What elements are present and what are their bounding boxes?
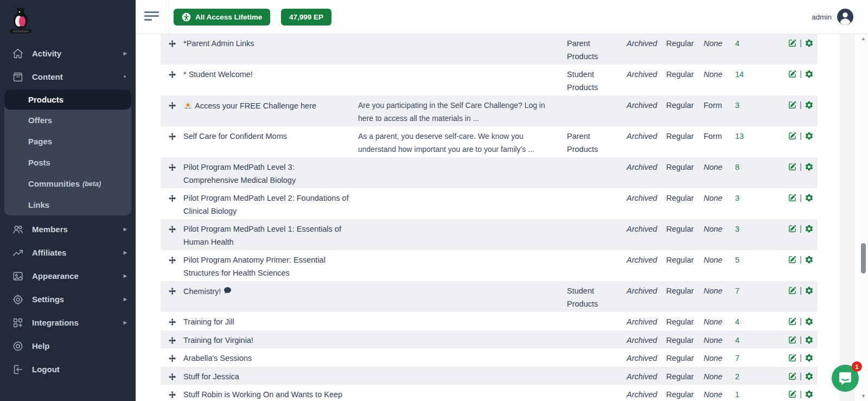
edit-icon[interactable] — [788, 255, 797, 264]
product-count[interactable]: 2 — [735, 368, 779, 384]
drag-handle[interactable] — [161, 66, 183, 79]
content-scroll-gutter[interactable] — [840, 34, 855, 401]
edit-icon[interactable] — [788, 224, 797, 233]
product-count[interactable]: 14 — [735, 66, 779, 81]
product-count[interactable]: 4 — [735, 314, 779, 329]
brand-logo[interactable] — [8, 5, 34, 36]
product-name-link[interactable]: Chemistry! — [183, 283, 358, 298]
gear-icon[interactable] — [805, 317, 814, 326]
plan-button[interactable]: All Access Lifetime — [174, 9, 270, 26]
product-count[interactable]: 8 — [735, 159, 779, 174]
drag-handle[interactable] — [161, 97, 183, 110]
sidebar-item-products[interactable]: Products — [4, 90, 131, 110]
drag-handle[interactable] — [161, 368, 183, 381]
product-count[interactable]: 1 — [735, 386, 779, 401]
edit-icon[interactable] — [788, 39, 797, 48]
edit-icon[interactable] — [788, 317, 797, 326]
sidebar-item-posts[interactable]: Posts — [4, 152, 131, 173]
edit-icon[interactable] — [788, 162, 797, 171]
avatar-icon[interactable] — [837, 9, 853, 25]
window-scrollbar[interactable]: ▲ ▼ — [859, 34, 868, 401]
gear-icon[interactable] — [805, 69, 814, 79]
drag-handle[interactable] — [161, 35, 183, 48]
edit-icon[interactable] — [788, 193, 797, 202]
drag-handle[interactable] — [161, 190, 183, 202]
drag-handle[interactable] — [161, 252, 183, 264]
product-name-link[interactable]: Pilot Program MedPath Level 1: Essential… — [183, 221, 358, 249]
edit-icon[interactable] — [788, 131, 797, 141]
sidebar-item-members[interactable]: Members ▶ — [0, 218, 136, 241]
product-count[interactable]: 3 — [735, 97, 779, 112]
drag-handle[interactable] — [161, 332, 183, 345]
gear-icon[interactable] — [805, 372, 814, 381]
edit-icon[interactable] — [788, 390, 797, 399]
sidebar-item-integrations[interactable]: Integrations ▶ — [0, 311, 136, 334]
gear-icon[interactable] — [805, 39, 814, 48]
product-name-link[interactable]: Access your FREE Challenge here — [183, 97, 358, 113]
sidebar-item-communities[interactable]: Communities (beta) — [4, 173, 131, 194]
user-menu[interactable]: admin — [812, 9, 853, 25]
gear-icon[interactable] — [805, 100, 814, 110]
scrollbar-thumb[interactable] — [861, 243, 866, 273]
edit-icon[interactable] — [788, 372, 797, 381]
gear-icon[interactable] — [805, 255, 814, 264]
product-name-link[interactable]: Pilot Program Anatomy Primer: Essential … — [183, 252, 358, 279]
product-count[interactable]: 4 — [735, 332, 779, 347]
edit-icon[interactable] — [788, 353, 797, 362]
edit-icon[interactable] — [788, 69, 797, 79]
drag-handle[interactable] — [161, 386, 183, 399]
move-icon — [168, 225, 176, 233]
product-name-link[interactable]: Pilot Program MedPath Level 3: Comprehen… — [183, 159, 358, 187]
product-name-link[interactable]: Stuff for Jessica — [183, 368, 358, 384]
sidebar-item-content[interactable]: Content ▼ — [0, 65, 136, 88]
sidebar-item-help[interactable]: Help — [0, 334, 136, 358]
product-count[interactable]: 7 — [735, 350, 779, 365]
gear-icon[interactable] — [805, 353, 814, 362]
edit-icon[interactable] — [788, 286, 797, 295]
scroll-down-icon[interactable]: ▼ — [859, 393, 868, 399]
drag-handle[interactable] — [161, 350, 183, 362]
drag-handle[interactable] — [161, 221, 183, 233]
sidebar-item-settings[interactable]: Settings ▶ — [0, 288, 136, 311]
product-name-link[interactable]: * Student Welcome! — [183, 66, 358, 81]
product-name-link[interactable]: *Parent Admin Links — [183, 35, 358, 50]
product-name-link[interactable]: Stuff Robin is Working On and Wants to K… — [183, 386, 358, 401]
sidebar-item-activity[interactable]: Activity ▶ — [0, 42, 136, 65]
sidebar-item-logout[interactable]: Logout — [0, 358, 136, 381]
gear-icon[interactable] — [805, 390, 814, 399]
product-name-link[interactable]: Pilot Program MedPath Level 2: Foundatio… — [183, 190, 358, 218]
edit-icon[interactable] — [788, 335, 797, 345]
sidebar-item-links[interactable]: Links — [4, 194, 131, 215]
sidebar-item-affiliates[interactable]: Affiliates ▶ — [0, 241, 136, 264]
product-count[interactable]: 5 — [735, 252, 779, 267]
points-button[interactable]: 47,999 EP — [281, 9, 331, 26]
product-count[interactable]: 7 — [735, 283, 779, 298]
product-name-link[interactable]: Arabella's Sessions — [183, 350, 358, 365]
product-type: Regular — [666, 128, 704, 143]
edit-icon[interactable] — [788, 100, 797, 110]
gear-icon[interactable] — [805, 193, 814, 202]
scroll-up-icon[interactable]: ▲ — [859, 36, 868, 41]
gear-icon[interactable] — [805, 131, 814, 141]
product-count[interactable]: 3 — [735, 221, 779, 236]
product-name-link[interactable]: Training for Jill — [183, 314, 358, 329]
drag-handle[interactable] — [161, 283, 183, 295]
gear-icon[interactable] — [805, 335, 814, 345]
product-name-link[interactable]: Training for Virginia! — [183, 332, 358, 347]
drag-handle[interactable] — [161, 159, 183, 171]
product-name-link[interactable]: Self Care for Confident Moms — [183, 128, 358, 143]
gear-icon[interactable] — [805, 286, 814, 295]
product-count[interactable]: 13 — [735, 128, 779, 143]
chat-notification-badge[interactable]: 1 — [852, 361, 862, 372]
gear-icon[interactable] — [805, 162, 814, 171]
sidebar-item-offers[interactable]: Offers — [4, 110, 131, 131]
collapse-menu-icon[interactable] — [144, 11, 161, 22]
drag-handle[interactable] — [161, 128, 183, 141]
accessibility-icon — [182, 12, 191, 22]
sidebar-item-pages[interactable]: Pages — [4, 131, 131, 152]
gear-icon[interactable] — [805, 224, 814, 233]
product-count[interactable]: 4 — [735, 35, 779, 50]
sidebar-item-appearance[interactable]: Appearance ▶ — [0, 264, 136, 288]
drag-handle[interactable] — [161, 314, 183, 326]
product-count[interactable]: 3 — [735, 190, 779, 205]
